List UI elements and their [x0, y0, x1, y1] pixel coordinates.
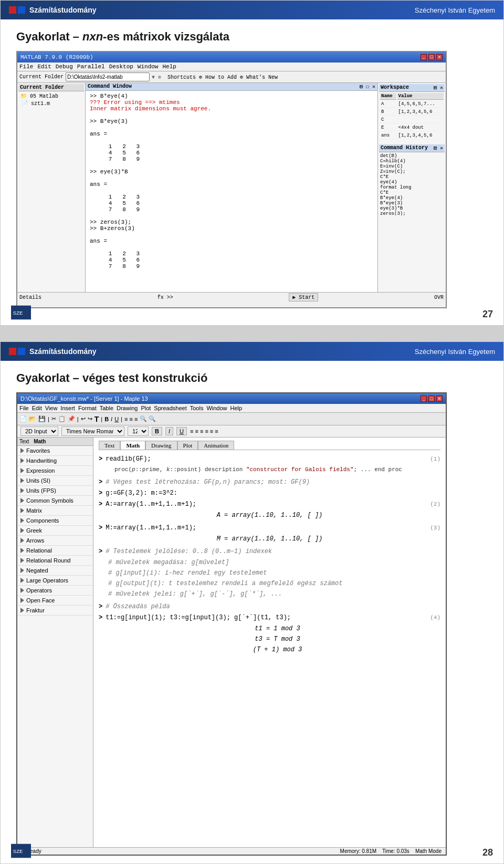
tab-drawing[interactable]: Drawing	[145, 441, 177, 450]
sidebar-item-units-fps[interactable]: Units (FPS)	[17, 486, 93, 496]
toolbar-zoom-icons: 🔍 🔍	[140, 415, 156, 422]
matlab-minimize-btn[interactable]: _	[421, 54, 427, 60]
maple-code-area[interactable]: > readlib(GF); (1) proc(p::prime, k::pos…	[99, 454, 440, 654]
matlab-main-area: Current Folder 📁 05 Matlab 📄 szt1.m Comm…	[17, 83, 446, 292]
toolbar-icon-undo[interactable]: ↩	[81, 415, 86, 422]
sidebar-item-expression[interactable]: Expression	[17, 466, 93, 476]
sidebar-item-handwriting[interactable]: Handwriting	[17, 456, 93, 466]
sidebar-item-favorites[interactable]: Favorites	[17, 446, 93, 456]
triangle-icon-handwriting	[20, 458, 24, 463]
cmd-blank-5	[90, 175, 373, 181]
toolbar2-icons: ≡ ≡ ≡ ≡ ≡ ≡	[190, 428, 218, 434]
toolbar-icon-copy[interactable]: 📋	[58, 415, 66, 422]
menu-edit[interactable]: Edit	[37, 64, 51, 70]
current-folder-input[interactable]	[66, 72, 150, 81]
sidebar-tab-math[interactable]: Math	[34, 439, 46, 444]
matlab-window[interactable]: MATLAB 7.9.0 (R2009b) _ □ ✕ File Edit De…	[16, 51, 447, 308]
maple-window[interactable]: D:\Oktatás\GF_konstr.mw* - [Server 1] - …	[16, 392, 447, 856]
sidebar-item-matrix[interactable]: Matrix	[17, 506, 93, 516]
maple-close-btn[interactable]: ✕	[436, 395, 443, 402]
input-mode-select[interactable]: 2D Input	[20, 426, 58, 436]
cmd-content[interactable]: >> B*eye(4) ??? Error using ==> mtimes I…	[86, 91, 377, 292]
header-left: Számítástudomány	[9, 6, 97, 14]
maple-menu-tools[interactable]: Tools	[190, 405, 204, 411]
maple-menu-file[interactable]: File	[19, 405, 29, 411]
toolbar-icon-new[interactable]: 📄	[19, 415, 27, 422]
matlab-toolbar: Current Folder ▼ ⊕ Shortcuts ⊕ How to Ad…	[17, 71, 446, 83]
folder-item-szt1m[interactable]: 📄 szt1.m	[19, 100, 83, 107]
tab-animation[interactable]: Animation	[198, 441, 234, 450]
slide-2: Számítástudomány Széchenyi István Egyete…	[0, 341, 504, 864]
maple-menu-insert[interactable]: Insert	[60, 405, 75, 411]
maple-menu-drawing[interactable]: Drawing	[117, 405, 138, 411]
menu-parallel[interactable]: Parallel	[77, 64, 105, 70]
output-t3: t3 = T mod 3	[114, 634, 440, 644]
sidebar-item-open-face[interactable]: Open Face	[17, 596, 93, 606]
workspace-controls: ⊞ ✕	[434, 85, 443, 91]
menu-desktop[interactable]: Desktop	[109, 64, 133, 70]
toolbar-icon-cut[interactable]: ✂	[51, 415, 56, 422]
toolbar-icon-paste[interactable]: 📌	[68, 415, 75, 422]
menu-window[interactable]: Window	[138, 64, 159, 70]
maple-menu-window[interactable]: Window	[206, 405, 227, 411]
menu-file[interactable]: File	[19, 64, 33, 70]
toolbar-icon-save[interactable]: 💾	[38, 415, 46, 422]
maple-toolbar2: 2D Input Times New Roman 12 B I U ≡ ≡ ≡ …	[17, 425, 446, 438]
sidebar-item-greek[interactable]: Greek	[17, 526, 93, 536]
sidebar-item-components[interactable]: Components	[17, 516, 93, 526]
sidebar-item-relational-round[interactable]: Relational Round	[17, 556, 93, 566]
ws-cell-E-name: E	[380, 124, 396, 131]
sidebar-item-common-symbols[interactable]: Common Symbols	[17, 496, 93, 506]
sidebar-item-relational[interactable]: Relational	[17, 546, 93, 556]
maple-menu-help[interactable]: Help	[230, 405, 243, 411]
maple-menu-plot[interactable]: Plot	[141, 405, 151, 411]
menu-debug[interactable]: Debug	[56, 64, 73, 70]
tab-math[interactable]: Math	[120, 441, 145, 450]
toolbar-bold-btn[interactable]: B	[104, 416, 109, 422]
cmd-window-label: Command Window	[88, 84, 132, 90]
sidebar-item-units-si[interactable]: Units (SI)	[17, 476, 93, 486]
maple-main-content[interactable]: Text Math Drawing Plot Animation > readl…	[93, 438, 446, 847]
maple-maximize-btn[interactable]: □	[428, 395, 435, 402]
triangle-icon-favorites	[20, 448, 24, 453]
sidebar-tab-text[interactable]: Text	[19, 439, 29, 444]
sidebar-item-large-operators[interactable]: Large Operators	[17, 576, 93, 586]
toolbar-underline-btn[interactable]: U	[114, 416, 119, 422]
tab-text[interactable]: Text	[99, 441, 120, 450]
sidebar-item-negated[interactable]: Negated	[17, 566, 93, 576]
ws-cell-A-value: [4,5,6,5,7...	[397, 101, 444, 108]
bold-button[interactable]: B	[152, 427, 162, 435]
triangle-icon-open-face	[20, 598, 24, 603]
slide2-title: Gyakorlat – véges test konstrukció	[16, 371, 488, 385]
matlab-maximize-btn[interactable]: □	[428, 54, 435, 60]
maple-menu-edit[interactable]: Edit	[32, 405, 42, 411]
maple-menu-spreadsheet[interactable]: Spreadsheet	[154, 405, 186, 411]
status-start-btn[interactable]: ▶ Start	[289, 293, 318, 301]
sidebar-item-operators[interactable]: Operators	[17, 586, 93, 596]
maple-menu-view[interactable]: View	[45, 405, 58, 411]
sidebar-item-arrows[interactable]: Arrows	[17, 536, 93, 546]
italic-button[interactable]: I	[165, 427, 173, 435]
toolbar-icon-redo[interactable]: ↪	[88, 415, 92, 422]
font-select[interactable]: Times New Roman	[61, 426, 124, 436]
maple-menu-table[interactable]: Table	[100, 405, 113, 411]
sidebar-label-operators: Operators	[26, 587, 52, 594]
matlab-window-buttons: _ □ ✕	[421, 54, 443, 60]
matlab-close-btn[interactable]: ✕	[436, 54, 443, 60]
triangle-icon-expression	[20, 468, 24, 473]
sidebar-item-fraktur[interactable]: Fraktur	[17, 606, 93, 616]
toolbar-icon-T[interactable]: T	[94, 415, 99, 423]
toolbar-icon-open[interactable]: 📂	[29, 415, 36, 422]
slide2-logo: SZE	[11, 844, 32, 859]
maple-menu-format[interactable]: Format	[78, 405, 97, 411]
maple-minimize-btn[interactable]: _	[421, 395, 427, 402]
cmd-ans-3: ans =	[90, 238, 373, 244]
svg-text:SZE: SZE	[13, 848, 23, 854]
folder-item-matlab[interactable]: 📁 05 Matlab	[19, 92, 83, 100]
tab-plot[interactable]: Plot	[177, 441, 198, 450]
ws-cell-E-value: <4x4 dout	[397, 124, 444, 131]
menu-help[interactable]: Help	[162, 64, 176, 70]
font-size-select[interactable]: 12	[128, 426, 149, 436]
underline-button[interactable]: U	[176, 427, 187, 435]
toolbar-italic-btn[interactable]: I	[111, 416, 112, 422]
